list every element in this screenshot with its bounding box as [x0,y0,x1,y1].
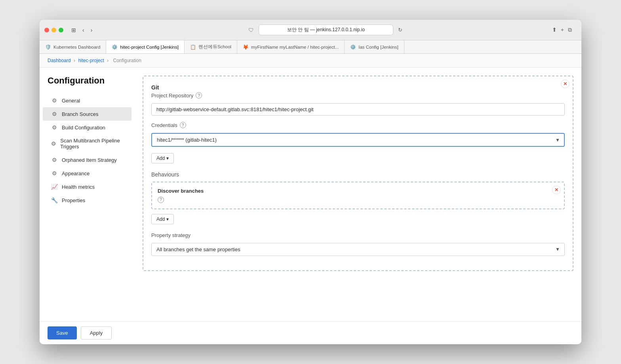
title-bar: ⊞ ‹ › 🛡 보안 안 팀 — jenkins.127.0.0.1.nip.i… [40,20,581,40]
forward-button[interactable]: › [89,26,94,34]
credentials-help-icon[interactable]: ? [180,122,186,128]
git-config-section: ✕ Git Project Repository ? [143,76,573,271]
credentials-add-button[interactable]: Add ▾ [151,153,174,163]
credentials-select[interactable]: hitec1/****** (gitlab-hitec1) [151,133,565,147]
tab-kubernetes[interactable]: 🛡️ Kubernetes Dashboard [40,40,106,53]
git-section-close-button[interactable]: ✕ [561,80,570,88]
sidebar-item-branch-sources-label: Branch Sources [62,111,99,117]
breadcrumb-sep1: › [74,58,75,63]
myfirstname-tab-icon: 🦊 [243,44,249,50]
general-icon: ⚙ [51,97,58,104]
sidebar-item-scan-multibranch[interactable]: ⚙ Scan Multibranch Pipeline Triggers [43,134,131,153]
address-bar: 🛡 보안 안 팀 — jenkins.127.0.0.1.nip.io ↻ [102,25,549,35]
browser-nav-icons: ⬆ + ⧉ [552,27,572,33]
add-chevron-icon: ▾ [166,155,169,161]
behaviours-add-button[interactable]: Add ▾ [151,214,174,224]
save-button[interactable]: Save [48,326,77,339]
sidebar-item-scan-multibranch-label: Scan Multibranch Pipeline Triggers [60,138,124,150]
main-panel: ✕ Git Project Repository ? [135,68,581,321]
sidebar-item-build-configuration[interactable]: ⚙ Build Configuration [43,121,131,134]
health-metrics-icon: 📈 [51,184,58,190]
behaviours-label: Behaviours [151,171,565,178]
sidebar-item-properties-label: Properties [62,197,85,203]
sidebar-item-build-configuration-label: Build Configuration [62,125,105,131]
back-button[interactable]: ‹ [81,26,86,34]
page-layout: Configuration ⚙ General ⚙ Branch Sources… [40,68,581,321]
shield-icon: 🛡 [248,27,254,33]
tab-hitec-config-label: hitec-project Config [Jenkins] [120,45,179,49]
sidebar-item-appearance-label: Appearance [62,171,90,176]
branch-sources-icon: ⚙ [51,111,58,117]
breadcrumb-configuration: Configuration [113,58,141,63]
breadcrumb-dashboard[interactable]: Dashboard [48,58,71,63]
window-controls: ⊞ ‹ › [70,26,94,34]
property-strategy-select-wrapper: All branches get the same properties ▼ [151,243,565,256]
close-button[interactable] [44,28,49,32]
sidebar-item-appearance[interactable]: ⚙ Appearance [43,167,131,180]
footer-bar: Save Apply [40,321,581,344]
sidebar-toggle-button[interactable]: ⊞ [70,26,78,34]
kubernetes-tab-icon: 🛡️ [45,44,51,50]
ias-config-tab-icon: ⚙️ [350,44,356,50]
sidebar: Configuration ⚙ General ⚙ Branch Sources… [40,68,135,321]
hitec-config-tab-icon: ⚙️ [112,44,118,50]
properties-icon: 🔧 [51,197,58,203]
sidebar-item-general-label: General [62,98,80,104]
scan-multibranch-icon: ⚙ [51,140,56,147]
share-icon[interactable]: ⬆ [552,27,557,33]
traffic-lights [44,28,63,32]
credentials-label: Credentials ? [151,122,565,128]
credentials-group: Credentials ? hitec1/****** (gitlab-hite… [151,122,565,147]
tabs-bar: 🛡️ Kubernetes Dashboard ⚙️ hitec-project… [40,40,581,54]
tab-school-label: 렌선에듀School [198,44,231,50]
breadcrumb-hitec-project[interactable]: hitec-project [78,58,104,63]
appearance-icon: ⚙ [51,170,58,176]
maximize-button[interactable] [59,28,63,32]
tab-myfirstname[interactable]: 🦊 myFirstName myLastName / hitec-project… [237,40,345,53]
project-repository-help-icon[interactable]: ? [196,92,202,99]
project-repository-group: Project Repository ? [151,92,565,116]
new-tab-icon[interactable]: + [561,27,564,33]
sidebar-item-branch-sources[interactable]: ⚙ Branch Sources [43,107,131,121]
property-strategy-label: Property strategy [151,232,565,238]
split-icon[interactable]: ⧉ [568,27,572,33]
build-configuration-icon: ⚙ [51,124,58,131]
discover-branches-help-icon[interactable]: ? [158,197,164,203]
tab-myfirstname-label: myFirstName myLastName / hitec-project..… [251,45,339,49]
sidebar-item-health-metrics[interactable]: 📈 Health metrics [43,180,131,193]
property-strategy-group: Property strategy All branches get the s… [151,232,565,256]
add2-chevron-icon: ▾ [166,216,169,222]
tab-ias-config-label: Ias Config [Jenkins] [358,45,398,49]
discover-branches-box: ✕ Discover branches ? [151,182,565,209]
minimize-button[interactable] [51,28,56,32]
sidebar-item-health-metrics-label: Health metrics [62,184,95,190]
school-tab-icon: 📋 [190,44,196,50]
sidebar-item-properties[interactable]: 🔧 Properties [43,193,131,207]
discover-branches-close-button[interactable]: ✕ [552,186,561,194]
sidebar-item-orphaned-item-label: Orphaned Item Strategy [62,157,117,163]
property-strategy-select[interactable]: All branches get the same properties [151,243,565,256]
git-section-title: Git [151,84,565,91]
project-repository-label: Project Repository ? [151,92,565,99]
orphaned-item-icon: ⚙ [51,157,58,163]
tab-school[interactable]: 📋 렌선에듀School [185,40,237,53]
sidebar-item-orphaned-item[interactable]: ⚙ Orphaned Item Strategy [43,153,131,167]
credentials-select-wrapper: hitec1/****** (gitlab-hitec1) ▼ [151,133,565,147]
project-repository-input[interactable] [151,103,565,116]
main-content: Dashboard › hitec-project › Configuratio… [40,54,581,344]
sidebar-item-general[interactable]: ⚙ General [43,94,131,107]
breadcrumb-sep2: › [107,58,109,63]
tab-hitec-config[interactable]: ⚙️ hitec-project Config [Jenkins] [106,40,185,53]
discover-branches-title: Discover branches [158,188,558,194]
breadcrumb: Dashboard › hitec-project › Configuratio… [40,54,581,68]
tab-kubernetes-label: Kubernetes Dashboard [53,45,100,49]
apply-button[interactable]: Apply [81,326,112,339]
url-field[interactable]: 보안 안 팀 — jenkins.127.0.0.1.nip.io [259,25,393,35]
page-title: Configuration [40,76,135,94]
tab-ias-config[interactable]: ⚙️ Ias Config [Jenkins] [345,40,404,53]
reload-icon[interactable]: ↻ [398,27,402,33]
